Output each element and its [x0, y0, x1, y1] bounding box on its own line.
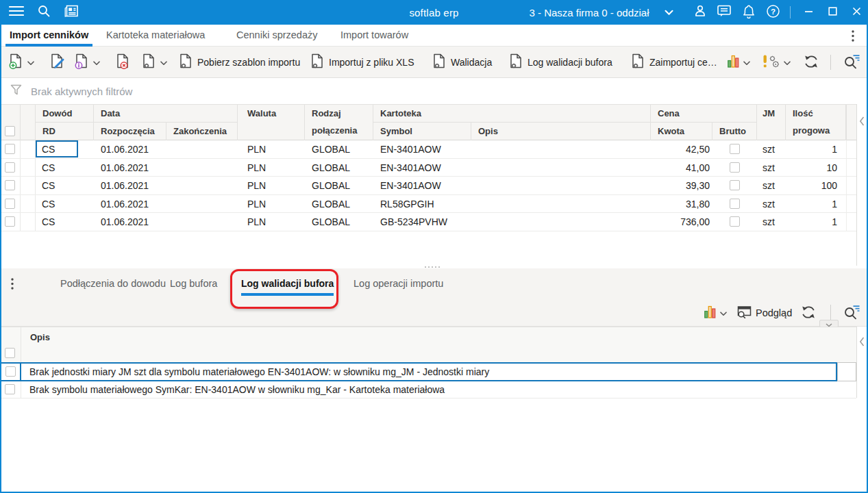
cell-threshold-qty[interactable]: 1 — [786, 195, 846, 213]
price-grid-side-panel-handle[interactable] — [856, 104, 867, 266]
tab-log-operacji-importu[interactable]: Log operacji importu — [354, 268, 443, 299]
refresh-button[interactable] — [803, 53, 819, 71]
brutto-checkbox[interactable] — [730, 144, 740, 154]
row-checkbox[interactable] — [5, 144, 15, 154]
brutto-checkbox[interactable] — [730, 162, 740, 173]
delete-record-button[interactable] — [115, 53, 130, 71]
cell-amount[interactable]: 31,80 — [651, 195, 712, 213]
import-xls-button[interactable]: Importuj z pliku XLS — [310, 53, 414, 71]
cell-connection[interactable]: GLOBAL — [305, 159, 373, 177]
cell-unit[interactable]: szt — [757, 177, 786, 194]
close-button[interactable] — [847, 0, 866, 25]
news-button[interactable] — [62, 0, 81, 25]
company-selector[interactable]: 3 - Nasza firma 0 - oddział — [515, 0, 663, 25]
cell-amount[interactable]: 39,30 — [651, 177, 712, 194]
help-button[interactable]: ? — [763, 0, 782, 25]
table-row[interactable]: CS 01.06.2021 PLN GLOBAL EN-3401AOW 42,5… — [0, 140, 856, 159]
buffer-validation-log-button[interactable]: Log walidacji bufora — [508, 53, 612, 71]
column-header-zakonczenia[interactable]: Zakończenia — [166, 123, 238, 141]
global-search-button[interactable] — [34, 0, 53, 25]
cell-connection[interactable]: GLOBAL — [305, 195, 373, 213]
log-row[interactable]: Brak symbolu materiałowego SymKar: EN-34… — [0, 381, 856, 399]
column-header-opis[interactable]: Opis — [30, 332, 50, 342]
funnel-icon[interactable] — [10, 84, 23, 99]
cell-currency[interactable]: PLN — [238, 213, 305, 231]
cell-unit[interactable]: szt — [757, 159, 786, 177]
edit-record-button[interactable] — [49, 53, 66, 71]
column-header-kwota[interactable]: Kwota — [651, 123, 712, 141]
column-header-ilosc-progowa[interactable]: Ilość progowa — [786, 105, 846, 141]
log-grid-side-panel-handle[interactable] — [856, 327, 867, 398]
cell-threshold-qty[interactable]: 10 — [786, 159, 846, 177]
tab-import-towarow[interactable]: Import towarów — [340, 25, 408, 47]
cell-symbol[interactable]: GB-5234PVHW — [373, 213, 471, 231]
cell-rd[interactable]: CS — [36, 177, 94, 194]
cell-currency[interactable]: PLN — [238, 140, 305, 158]
column-header-rd[interactable]: RD — [36, 123, 94, 141]
tab-podlaczenia-do-dowodu[interactable]: Podłączenia do dowodu — [60, 268, 166, 299]
cell-currency[interactable]: PLN — [238, 177, 305, 194]
tab-bar-more-menu[interactable] — [852, 30, 854, 45]
column-header-rodzaj-polaczenia[interactable]: Rodzaj połączenia — [305, 105, 373, 141]
chart-view-button[interactable] — [728, 53, 750, 71]
import-prices-button[interactable]: Zaimportuj ce… — [630, 53, 717, 71]
cell-connection[interactable]: GLOBAL — [305, 140, 373, 158]
notifications-button[interactable] — [739, 0, 758, 25]
table-row[interactable]: CS 01.06.2021 PLN GLOBAL EN-3401AOW 39,3… — [0, 177, 856, 195]
search-filter-button[interactable] — [843, 53, 860, 71]
column-header-symbol[interactable]: Symbol — [373, 123, 471, 141]
row-checkbox[interactable] — [5, 180, 15, 190]
cell-amount[interactable]: 42,50 — [651, 140, 712, 158]
brutto-checkbox[interactable] — [730, 216, 740, 227]
cell-rd[interactable]: CS — [36, 213, 94, 231]
column-header-dowod[interactable]: Dowód — [36, 105, 94, 123]
hamburger-menu-button[interactable] — [7, 0, 26, 25]
table-row[interactable]: CS 01.06.2021 PLN GLOBAL GB-5234PVHW 736… — [0, 213, 856, 231]
cell-connection[interactable]: GLOBAL — [305, 213, 373, 231]
add-record-button[interactable] — [8, 53, 34, 71]
column-header-rozpoczecia[interactable]: Rozpoczęcia — [94, 123, 166, 141]
tab-kartoteka-materialowa[interactable]: Kartoteka materiałowa — [106, 25, 205, 47]
column-header-opis[interactable]: Opis — [471, 123, 651, 141]
tab-import-cennikow[interactable]: Import cenników — [10, 25, 88, 47]
column-header-jm[interactable]: JM — [757, 105, 786, 141]
warnings-actions-button[interactable] — [760, 53, 791, 71]
record-info-button[interactable] — [74, 53, 100, 71]
download-template-button[interactable]: Pobierz szablon importu — [178, 53, 300, 71]
tab-cenniki-sprzedazy[interactable]: Cenniki sprzedaży — [236, 25, 317, 47]
cell-start-date[interactable]: 01.06.2021 — [94, 213, 166, 231]
cell-start-date[interactable]: 01.06.2021 — [94, 195, 166, 213]
tab-log-walidacji-bufora[interactable]: Log walidacji bufora — [241, 268, 334, 299]
row-checkbox[interactable] — [5, 199, 15, 209]
cell-rd[interactable]: CS — [36, 159, 94, 177]
cell-threshold-qty[interactable]: 1 — [786, 213, 846, 231]
cell-start-date[interactable]: 01.06.2021 — [94, 159, 166, 177]
row-checkbox[interactable] — [5, 162, 15, 173]
row-checkbox[interactable] — [5, 216, 15, 227]
cell-start-date[interactable]: 01.06.2021 — [94, 140, 166, 158]
detail-refresh-button[interactable] — [800, 305, 817, 321]
cell-symbol[interactable]: EN-3401AOW — [373, 159, 471, 177]
detail-chart-view-button[interactable] — [704, 305, 727, 321]
row-checkbox[interactable] — [5, 384, 15, 394]
cell-unit[interactable]: szt — [757, 195, 786, 213]
cell-start-date[interactable]: 01.06.2021 — [94, 177, 166, 194]
select-all-checkbox[interactable] — [5, 348, 15, 358]
brutto-checkbox[interactable] — [730, 199, 740, 209]
messages-button[interactable] — [715, 0, 734, 25]
cell-rd[interactable]: CS — [36, 195, 94, 213]
cell-currency[interactable]: PLN — [238, 159, 305, 177]
cell-connection[interactable]: GLOBAL — [305, 177, 373, 194]
user-button[interactable] — [691, 0, 710, 25]
company-selector-chevron[interactable] — [665, 0, 673, 25]
validation-button[interactable]: Walidacja — [432, 53, 492, 71]
cell-threshold-qty[interactable]: 1 — [786, 140, 846, 158]
detail-search-filter-button[interactable] — [843, 305, 860, 321]
cell-unit[interactable]: szt — [757, 140, 786, 158]
column-header-data[interactable]: Data — [94, 105, 238, 123]
column-header-waluta[interactable]: Waluta — [238, 105, 305, 141]
column-header-cena[interactable]: Cena — [651, 105, 757, 123]
table-row[interactable]: CS 01.06.2021 PLN GLOBAL RL58GPGIH 31,80… — [0, 195, 856, 214]
detail-tabs-menu[interactable] — [11, 278, 14, 292]
cell-threshold-qty[interactable]: 100 — [786, 177, 846, 194]
